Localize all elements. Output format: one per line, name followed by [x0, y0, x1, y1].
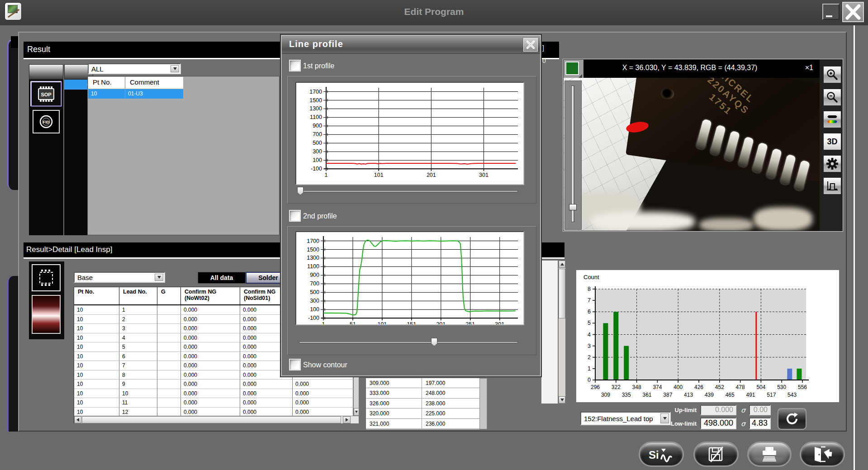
scroll-left-button[interactable] [74, 416, 81, 423]
up-sigma-field[interactable]: 0.00 [749, 405, 771, 415]
blurred-solder-highlight [754, 207, 812, 231]
scroll-up-button[interactable] [559, 261, 565, 268]
profile1-slider-thumb[interactable] [297, 187, 304, 195]
detail-column-header[interactable]: Confirm NG(NoWt02) [181, 287, 240, 304]
table-row[interactable]: 333.000248.000 [366, 388, 479, 398]
scroll-down-button[interactable] [559, 396, 565, 404]
threed-view-button[interactable]: 3D [823, 133, 841, 150]
refresh-button[interactable] [778, 408, 806, 430]
result-list-header: Pt No. Comment [88, 77, 183, 89]
svg-text:530: 530 [777, 384, 786, 390]
low-sigma-field[interactable]: 4.83 [749, 418, 771, 429]
detail-hscrollbar[interactable] [74, 416, 359, 423]
dropdown-arrow[interactable] [155, 274, 163, 281]
zoom-in-button[interactable] [823, 66, 841, 83]
result-header-label: Result [27, 45, 50, 54]
lead-image-button[interactable] [32, 295, 61, 334]
base-dropdown[interactable]: Base [74, 272, 165, 283]
scroll-down-button[interactable] [354, 408, 359, 416]
dialog-close-button[interactable] [523, 38, 538, 52]
table-row[interactable]: 326.000238.000 [366, 399, 479, 408]
chip-view-button[interactable] [32, 264, 61, 291]
svg-text:543: 543 [787, 392, 797, 398]
pseudo-color-button[interactable] [823, 111, 841, 128]
table-row[interactable]: 10110.0000.0000.000 [74, 398, 353, 408]
threed-image-view[interactable]: MICREL 220AYQS 1751 [564, 78, 820, 231]
table-cell [157, 389, 181, 399]
table-cell: 333.000 [366, 388, 422, 398]
table-row[interactable]: 1090.0000.0000.000 [74, 380, 353, 389]
scroll-right-button[interactable] [343, 416, 351, 423]
table-cell: 10 [74, 324, 119, 333]
chevron-down-icon [157, 276, 161, 279]
height-scale-slider[interactable] [564, 81, 582, 230]
svg-text:500: 500 [310, 289, 319, 295]
profile2-checkbox[interactable] [289, 210, 301, 222]
sliver-vscrollbar[interactable] [558, 260, 566, 404]
profile1-checkbox[interactable] [289, 60, 301, 71]
result-filter-dropdown[interactable]: ALL [88, 63, 181, 74]
feature-select-dropdown[interactable]: 152:Flatness_Lead top [580, 412, 671, 425]
column-header-ptno[interactable]: Pt No. [88, 77, 125, 89]
table-cell [157, 333, 181, 343]
svg-text:1100: 1100 [310, 114, 322, 120]
close-button[interactable] [842, 2, 864, 22]
table-cell [157, 361, 181, 370]
show-contour-checkbox[interactable] [289, 359, 301, 370]
vslider-thumb[interactable] [569, 204, 577, 210]
svg-text:296: 296 [591, 384, 600, 390]
svg-text:322: 322 [612, 384, 621, 390]
svg-text:100: 100 [310, 306, 319, 313]
table-row[interactable]: 309.000197.000 [366, 378, 479, 388]
table-row[interactable]: 320.000225.000 [366, 408, 479, 418]
table-row[interactable]: 10120.0000.0000.000 [74, 408, 353, 416]
tab-all-data[interactable]: All data [198, 272, 246, 284]
table-cell: 3 [119, 324, 157, 333]
print-button[interactable] [747, 442, 792, 467]
table-cell: 12 [119, 408, 157, 416]
save-button[interactable] [693, 442, 739, 467]
table-row[interactable]: 321.000236.000 [366, 419, 479, 429]
profile1-slider[interactable] [299, 190, 518, 192]
svg-text:439: 439 [705, 392, 714, 398]
svg-text:-100: -100 [308, 315, 319, 321]
result-column-header[interactable] [29, 64, 63, 80]
low-limit-field[interactable]: 498.000 [700, 418, 736, 429]
svg-text:1300: 1300 [309, 105, 322, 112]
cursor-status-text: X = 36.030, Y = 43.839, RGB = (44,39,37) [583, 64, 796, 72]
sop-filter-button[interactable]: SOP [30, 81, 62, 107]
detail-column-header[interactable]: Pt No. [74, 287, 119, 304]
table-cell: 10 [74, 305, 119, 315]
svg-text:-100: -100 [311, 166, 322, 172]
svg-text:348: 348 [632, 384, 641, 390]
detail-column-header[interactable]: G [157, 287, 181, 304]
fid-filter-button[interactable]: FID [33, 110, 60, 133]
hscroll-thumb[interactable] [82, 416, 341, 423]
zoom-out-icon [826, 91, 839, 104]
simulation-button[interactable]: Si [639, 442, 684, 467]
result-row-selected[interactable]: 10 01-U3 [88, 89, 183, 99]
table-cell [157, 352, 181, 361]
table-cell: 5 [119, 342, 157, 352]
minimize-button[interactable] [822, 4, 840, 20]
settings-button[interactable] [823, 155, 841, 172]
profile2-slider-thumb[interactable] [431, 338, 437, 346]
table-row[interactable]: 10100.0000.0000.000 [74, 389, 353, 399]
column-header-comment[interactable]: Comment [125, 77, 183, 89]
detail-column-header[interactable]: Lead No. [119, 287, 157, 304]
svg-text:1500: 1500 [309, 97, 322, 104]
zoom-out-button[interactable] [823, 89, 841, 106]
table-cell: 4 [119, 333, 157, 343]
simulation-label: Si [649, 449, 659, 461]
up-limit-field[interactable]: 0.000 [700, 405, 736, 415]
table-cell: 0.000 [181, 342, 240, 352]
line-profile-button[interactable] [823, 177, 841, 195]
dialog-title-bar[interactable]: Line profile [282, 36, 540, 54]
table-cell: 8 [119, 370, 157, 380]
exit-button[interactable] [800, 442, 845, 467]
profile2-slider[interactable] [299, 342, 518, 343]
side-table-fragment[interactable]: 309.000197.000333.000248.000326.000238.0… [365, 378, 479, 429]
occluded-text-fragment: ] [542, 44, 544, 52]
vscroll-thumb[interactable] [559, 269, 565, 318]
dropdown-arrow[interactable] [171, 65, 179, 72]
